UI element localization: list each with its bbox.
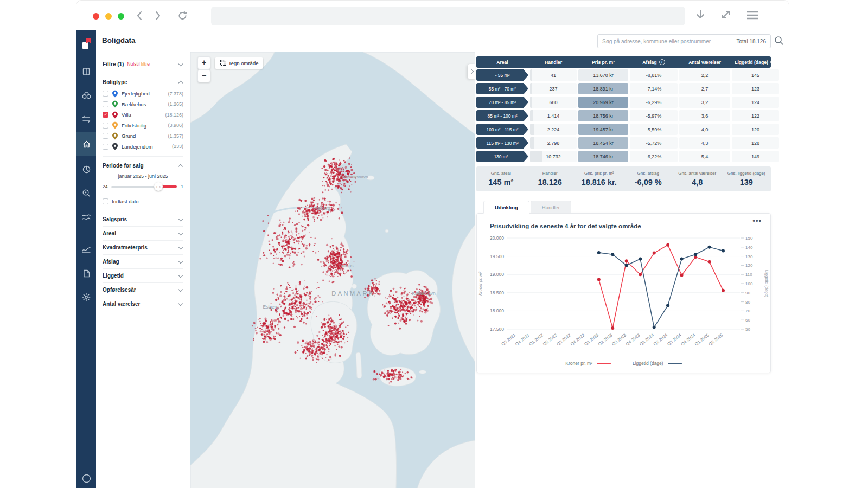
svg-text:110: 110 (745, 272, 752, 277)
minimize-window-button[interactable] (105, 13, 112, 20)
handler-cell: 680 (530, 97, 577, 108)
map-zoom-out-button[interactable]: − (197, 69, 210, 82)
svg-text:70: 70 (745, 309, 750, 313)
handler-cell: 237 (530, 83, 577, 94)
handler-cell: 2.798 (530, 137, 577, 149)
reload-button[interactable] (177, 10, 188, 21)
filter-section-label: Opførelsesår (103, 287, 136, 293)
sidebar-item-trend-curves[interactable] (76, 239, 96, 260)
checkbox[interactable] (103, 123, 108, 129)
indtast-dato-option[interactable]: Indtast dato (103, 196, 183, 207)
draw-area-button[interactable]: Tegn område (215, 57, 263, 69)
boligtype-option[interactable]: ✓Villa(18.126) (103, 110, 183, 120)
boligtype-options: Ejerlejlighed(7.378)Rækkehus(1.265)✓Vill… (103, 88, 183, 152)
back-button[interactable] (136, 10, 143, 21)
map-pin-icon (112, 111, 118, 119)
reset-filters-link[interactable]: Nulstil filtre (127, 61, 150, 67)
handler-cell: 1.414 (530, 110, 577, 121)
summary-item: Gns. areal145 m² (476, 171, 526, 187)
filter-section-label: Afslag (103, 259, 119, 265)
boligtype-option[interactable]: Rækkehus(1.265) (103, 99, 183, 110)
map-canvas[interactable]: FrederikshavnAalborgAarhusDANMARKEsbjerg… (190, 52, 475, 488)
periode-range-label: januar 2025 - juni 2025 (103, 174, 183, 179)
filters-header[interactable]: Filtre (1) Nulstil filtre (103, 57, 183, 70)
filter-section-afslag[interactable]: Afslag (103, 254, 183, 268)
info-icon[interactable]: i (659, 59, 665, 65)
zoom-window-button[interactable] (118, 13, 124, 20)
filters-label: Filtre (1) (103, 61, 124, 67)
boligtype-option[interactable]: Fritidsbolig(3.986) (103, 120, 183, 131)
stats-panel: ArealHandlerPris pr. m²AfslagiAntal være… (475, 52, 789, 488)
boligtype-header[interactable]: Boligtype (103, 75, 183, 88)
pris-cell: 18.746 kr (578, 151, 628, 162)
checkbox[interactable]: ✓ (103, 112, 108, 118)
app-logo[interactable] (76, 34, 96, 55)
close-window-button[interactable] (93, 13, 99, 20)
slider-handle[interactable]: ‹ › (154, 182, 163, 191)
sidebar-item-explore[interactable] (76, 182, 96, 204)
panel-collapse-toggle[interactable] (468, 64, 475, 79)
sidebar-item-help[interactable] (76, 467, 96, 488)
menu-icon[interactable] (746, 9, 759, 24)
sidebar-item-documents[interactable] (76, 262, 96, 284)
sidebar-item-home[interactable] (76, 132, 96, 156)
column-header-afslag[interactable]: Afslagi (630, 56, 678, 68)
checkbox[interactable] (103, 144, 108, 150)
vaerelser-cell: 2,2 (679, 69, 730, 81)
map-pin-icon (112, 90, 118, 98)
fullscreen-icon[interactable] (720, 9, 732, 24)
search-icon[interactable] (774, 35, 786, 47)
download-icon[interactable] (695, 9, 706, 24)
boligtype-option[interactable]: Landejendom(233) (103, 142, 183, 152)
liggetid-cell: 149 (732, 151, 779, 162)
search-input[interactable] (598, 38, 737, 44)
svg-text:150: 150 (745, 236, 753, 241)
areal-range-chip: 130 m² - (476, 151, 528, 162)
boligtype-option[interactable]: Grund(1.357) (103, 131, 183, 142)
column-header-handler[interactable]: Handler (530, 56, 577, 68)
column-header-liggetiddage[interactable]: Liggetid (dage)i (732, 56, 771, 68)
sidebar-item-binoculars[interactable] (76, 85, 96, 106)
pris-cell: 18.756 kr (578, 110, 628, 121)
filter-section-opfrelsesr[interactable]: Opførelsesår (103, 282, 183, 297)
chevron-up-icon (178, 164, 183, 168)
areal-range-chip: - 55 m² (476, 69, 528, 81)
column-header-prisprm[interactable]: Pris pr. m² (578, 56, 628, 68)
handler-bar (530, 124, 534, 135)
filter-section-antalvrelser[interactable]: Antal værelser (103, 297, 183, 311)
afslag-cell: -8,81% (630, 69, 678, 81)
filter-section-salgspris[interactable]: Salgspris (103, 213, 183, 226)
checkbox[interactable] (103, 198, 108, 204)
address-bar[interactable] (211, 7, 685, 25)
periode-header[interactable]: Periode for salg (103, 159, 183, 172)
sidebar-item-settings[interactable] (76, 286, 96, 308)
slider-track[interactable]: ‹ › (111, 186, 177, 188)
info-icon[interactable]: i (770, 59, 771, 65)
checkbox[interactable] (103, 133, 108, 139)
slider-min-label: 24 (103, 184, 107, 189)
column-header-antalvrelser[interactable]: Antal værelser (679, 56, 730, 68)
pris-cell: 20.969 kr (578, 97, 628, 108)
map-label: Aarhus (339, 263, 354, 268)
sidebar-item-compare[interactable] (76, 108, 96, 130)
summary-value: 4,8 (673, 178, 722, 187)
chevron-down-icon (178, 273, 183, 278)
boligtype-option[interactable]: Ejerlejlighed(7.378) (103, 88, 183, 99)
map-zoom-in-button[interactable]: + (197, 56, 210, 69)
forward-button[interactable] (155, 10, 161, 21)
filter-section-areal[interactable]: Areal (103, 226, 183, 240)
sidebar-item-statistics[interactable] (76, 158, 96, 180)
column-header-areal[interactable]: Areal (476, 56, 528, 68)
sidebar-item-portfolio[interactable] (76, 61, 96, 82)
filter-section-liggetid[interactable]: Liggetid (103, 268, 183, 282)
svg-text:140: 140 (745, 245, 753, 250)
tab-handler[interactable]: Handler (531, 201, 571, 213)
afslag-cell: -5,59% (630, 124, 678, 135)
checkbox[interactable] (103, 91, 108, 97)
chart-menu-button[interactable]: ••• (752, 217, 762, 225)
afslag-cell: -7,14% (630, 83, 678, 94)
tab-udvikling[interactable]: Udvikling (483, 201, 529, 214)
checkbox[interactable] (103, 101, 108, 107)
filter-section-kvadratmeterpris[interactable]: Kvadratmeterpris (103, 240, 183, 254)
sidebar-item-market-curves[interactable] (76, 206, 96, 228)
